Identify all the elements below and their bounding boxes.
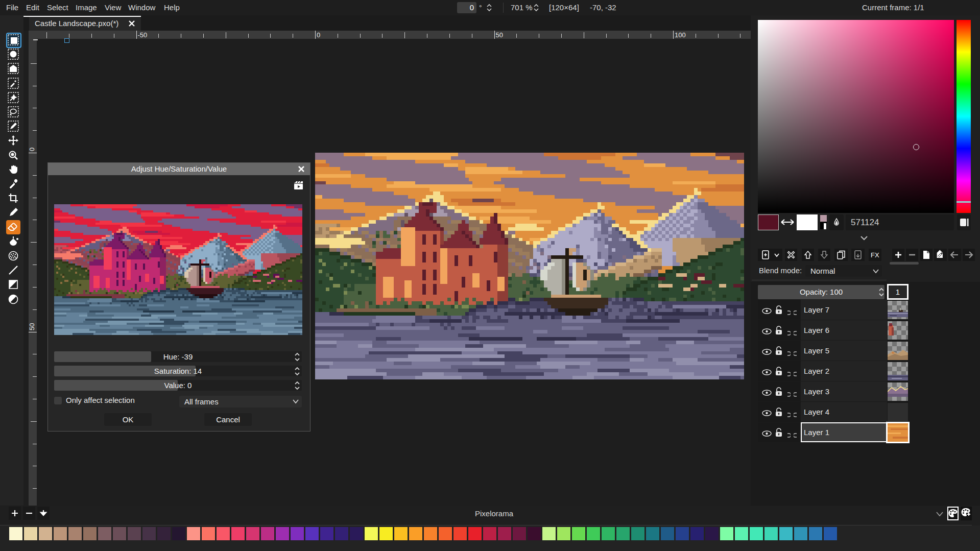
svg-text:FX: FX xyxy=(871,251,879,259)
